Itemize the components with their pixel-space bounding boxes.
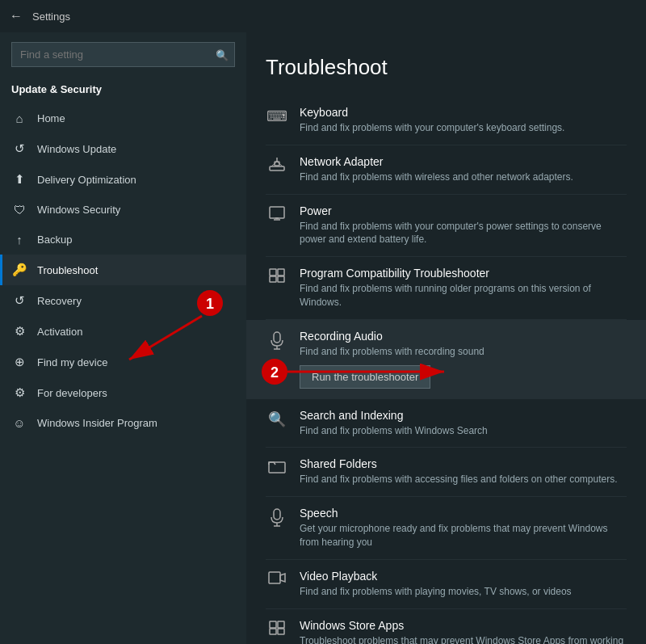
troubleshoot-item-power[interactable]: Power Find and fix problems with your co… xyxy=(266,195,627,258)
svg-rect-1 xyxy=(275,162,279,166)
activation-icon: ⚙ xyxy=(11,324,27,339)
sidebar-item-label: Backup xyxy=(37,234,72,246)
troubleshoot-item-video[interactable]: Video Playback Find and fix problems wit… xyxy=(266,560,627,609)
content-area: Troubleshoot ⌨ Keyboard Find and fix pro… xyxy=(246,32,646,644)
troubleshoot-item-search[interactable]: 🔍 Search and Indexing Find and fix probl… xyxy=(266,399,627,448)
sidebar-item-label: Recovery xyxy=(37,295,82,307)
item-name: Search and Indexing xyxy=(300,409,627,422)
mic-icon xyxy=(266,331,288,355)
troubleshoot-item-compat[interactable]: Program Compatibility Troubleshooter Fin… xyxy=(266,257,627,320)
sidebar-item-windows-security[interactable]: 🛡 Windows Security xyxy=(0,195,246,225)
compat-icon xyxy=(266,268,288,287)
troubleshoot-item-shared-folders[interactable]: Shared Folders Find and fix problems wit… xyxy=(266,448,627,497)
search-icon: 🔍 xyxy=(216,48,229,61)
sidebar-section-title: Update & Security xyxy=(0,77,246,103)
speech-icon xyxy=(266,508,288,532)
developers-icon: ⚙ xyxy=(11,385,27,400)
sidebar-item-troubleshoot[interactable]: 🔑 Troubleshoot xyxy=(0,255,246,285)
home-icon: ⌂ xyxy=(11,112,27,125)
item-desc: Find and fix problems with Windows Searc… xyxy=(300,424,627,438)
troubleshoot-item-network[interactable]: Network Adapter Find and fix problems wi… xyxy=(266,145,627,195)
sidebar-item-label: Windows Update xyxy=(37,143,116,155)
svg-rect-0 xyxy=(270,166,284,170)
sidebar-item-label: Delivery Optimization xyxy=(37,174,136,186)
sidebar-item-home[interactable]: ⌂ Home xyxy=(0,103,246,133)
svg-rect-12 xyxy=(274,332,280,343)
title-bar: ← Settings xyxy=(0,0,646,32)
backup-icon: ↑ xyxy=(11,233,27,246)
item-name: Program Compatibility Troubleshooter xyxy=(300,267,627,280)
main-layout: 🔍 Update & Security ⌂ Home ↺ Windows Upd… xyxy=(0,32,646,644)
item-name: Keyboard xyxy=(300,106,627,119)
item-desc: Find and fix problems with wireless and … xyxy=(300,170,627,184)
insider-icon: ☺ xyxy=(11,416,27,430)
sidebar-item-label: Windows Insider Program xyxy=(37,417,157,429)
sidebar-item-windows-insider[interactable]: ☺ Windows Insider Program xyxy=(0,408,246,438)
delivery-icon: ⬆ xyxy=(11,172,27,187)
item-desc: Find and fix problems with your computer… xyxy=(300,121,627,135)
svg-rect-8 xyxy=(270,269,276,276)
svg-rect-16 xyxy=(274,509,280,520)
keyboard-icon: ⌨ xyxy=(266,107,288,125)
svg-rect-22 xyxy=(270,629,276,634)
folder-icon xyxy=(266,459,288,478)
svg-rect-9 xyxy=(278,269,284,276)
run-troubleshooter-button[interactable]: Run the troubleshooter xyxy=(300,365,430,389)
svg-rect-21 xyxy=(278,621,284,628)
network-icon xyxy=(266,157,288,175)
svg-rect-15 xyxy=(269,462,285,473)
find-device-icon: ⊕ xyxy=(11,355,27,369)
item-desc: Find and fix problems with playing movie… xyxy=(300,585,627,599)
troubleshoot-item-recording-audio[interactable]: Recording Audio Find and fix problems wi… xyxy=(246,320,646,399)
item-desc: Get your microphone ready and fix proble… xyxy=(300,522,627,549)
recovery-icon: ↺ xyxy=(11,293,27,308)
item-name: Windows Store Apps xyxy=(300,619,627,632)
sidebar: 🔍 Update & Security ⌂ Home ↺ Windows Upd… xyxy=(0,32,246,644)
svg-rect-10 xyxy=(270,276,276,282)
troubleshoot-item-store-apps[interactable]: Windows Store Apps Troubleshoot problems… xyxy=(266,609,627,644)
troubleshoot-item-keyboard[interactable]: ⌨ Keyboard Find and fix problems with yo… xyxy=(266,96,627,145)
svg-rect-19 xyxy=(269,572,280,583)
item-name: Speech xyxy=(300,507,627,520)
item-name: Video Playback xyxy=(300,570,627,583)
item-desc: Find and fix problems with recording sou… xyxy=(300,345,627,359)
security-icon: 🛡 xyxy=(11,203,27,217)
windows-update-icon: ↺ xyxy=(11,141,27,156)
svg-rect-5 xyxy=(270,207,284,218)
troubleshoot-item-speech[interactable]: Speech Get your microphone ready and fix… xyxy=(266,497,627,560)
sidebar-item-backup[interactable]: ↑ Backup xyxy=(0,225,246,255)
item-desc: Find and fix problems with your computer… xyxy=(300,220,627,247)
store-icon xyxy=(266,621,288,639)
sidebar-item-windows-update[interactable]: ↺ Windows Update xyxy=(0,133,246,164)
sidebar-item-recovery[interactable]: ↺ Recovery xyxy=(0,285,246,316)
sidebar-search-container: 🔍 xyxy=(11,42,235,67)
sidebar-item-label: Windows Security xyxy=(37,204,120,216)
item-name: Power xyxy=(300,204,627,217)
item-name: Network Adapter xyxy=(300,155,627,168)
item-desc: Find and fix problems with running older… xyxy=(300,282,627,309)
title-bar-title: Settings xyxy=(32,11,70,23)
sidebar-item-label: Troubleshoot xyxy=(37,264,98,276)
sidebar-item-label: For developers xyxy=(37,387,107,399)
search-icon: 🔍 xyxy=(266,410,288,428)
sidebar-item-label: Find my device xyxy=(37,356,107,368)
svg-rect-20 xyxy=(270,621,276,628)
troubleshoot-icon: 🔑 xyxy=(11,263,27,277)
sidebar-item-activation[interactable]: ⚙ Activation xyxy=(0,316,246,347)
svg-rect-23 xyxy=(278,629,284,634)
video-icon xyxy=(266,571,288,588)
item-desc: Find and fix problems with accessing fil… xyxy=(300,473,627,486)
sidebar-item-delivery-optimization[interactable]: ⬆ Delivery Optimization xyxy=(0,164,246,195)
item-desc: Troubleshoot problems that may prevent W… xyxy=(300,634,627,644)
sidebar-item-label: Home xyxy=(37,112,65,124)
svg-rect-11 xyxy=(278,276,284,282)
sidebar-item-for-developers[interactable]: ⚙ For developers xyxy=(0,377,246,408)
page-title: Troubleshoot xyxy=(266,55,627,80)
item-name: Recording Audio xyxy=(300,330,627,343)
item-name: Shared Folders xyxy=(300,457,627,470)
back-button[interactable]: ← xyxy=(10,9,23,23)
power-icon xyxy=(266,206,288,225)
sidebar-item-label: Activation xyxy=(37,326,82,338)
sidebar-item-find-my-device[interactable]: ⊕ Find my device xyxy=(0,347,246,377)
search-input[interactable] xyxy=(11,42,235,67)
